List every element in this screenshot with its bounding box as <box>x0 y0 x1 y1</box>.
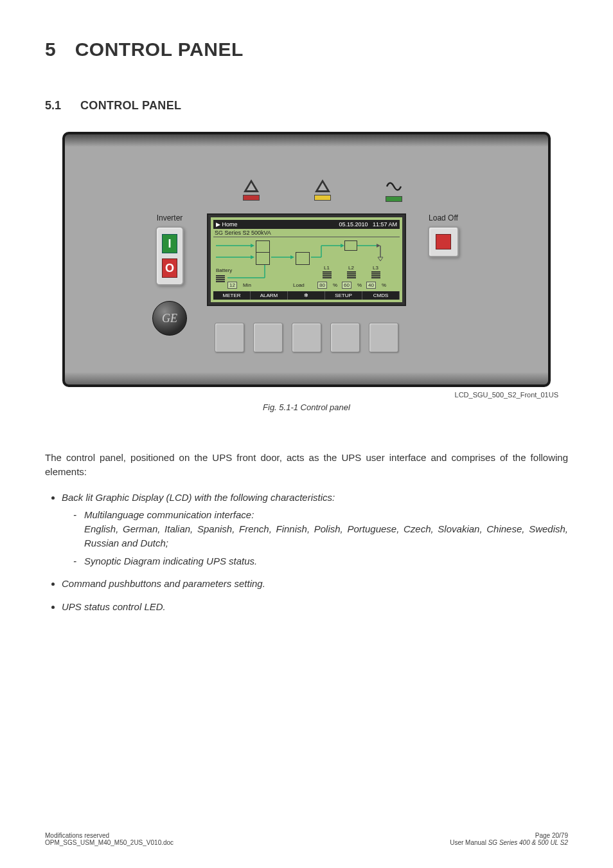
svg-marker-3 <box>251 255 254 259</box>
load-off-controls: Load Off <box>418 213 469 257</box>
led-bar-yellow <box>314 195 331 201</box>
lcd-synoptic-diagram: Battery 12 Min Load L1 L2 L3 <box>213 239 400 289</box>
status-led-green <box>386 179 402 202</box>
lcd-column: ▶ Home 05.15.2010 11:57 AM SG Series S2 … <box>207 213 406 352</box>
alarm-led-red: ! <box>243 179 260 202</box>
inverter-icon <box>256 252 270 265</box>
sub-list-item: - Multilanguage communication interface:… <box>73 508 568 550</box>
section-title: CONTROL PANEL <box>75 39 244 60</box>
subsection-title: CONTROL PANEL <box>80 99 181 113</box>
status-led-row: ! ! <box>110 179 503 202</box>
inverter-off-button[interactable]: O <box>162 258 177 278</box>
phase-l3-pct: 40 <box>366 282 376 289</box>
transformer-icon <box>296 252 310 265</box>
inverter-controls: Inverter I O GE <box>144 213 195 336</box>
led-bar-red <box>243 195 260 201</box>
lcd-battery-label: Battery <box>216 267 232 273</box>
lcd-tab-row: METER ALARM ✻ SETUP CMDS <box>213 291 400 300</box>
lcd-header: ▶ Home 05.15.2010 11:57 AM <box>213 220 400 229</box>
load-off-indicator <box>436 234 451 249</box>
phase-l2-pct: 60 <box>342 282 351 289</box>
battery-minutes: 12 <box>227 282 237 289</box>
intro-paragraph: The control panel, positioned on the UPS… <box>45 451 568 479</box>
inverter-label: Inverter <box>157 213 183 222</box>
lcd-tab-alarm[interactable]: ALARM <box>251 291 288 300</box>
figure-reference-code: LCD_SGU_500_S2_Front_01US <box>45 391 558 399</box>
lcd-model: SG Series S2 500kVA <box>213 229 400 237</box>
list-item: Back lit Graphic Display (LCD) with the … <box>62 491 568 568</box>
control-panel-figure: ! ! Inverter I O GE ▶ <box>62 132 551 387</box>
lcd-tab-cmds[interactable]: CMDS <box>362 291 400 300</box>
alarm-led-yellow: ! <box>314 179 331 202</box>
panel-main-row: Inverter I O GE ▶ Home 05.15.2010 11:57 … <box>110 213 503 352</box>
sine-wave-icon <box>386 179 402 194</box>
feature-list: Back lit Graphic Display (LCD) with the … <box>45 491 568 614</box>
lcd-home: ▶ Home <box>216 221 238 228</box>
section-heading: 5 CONTROL PANEL <box>45 39 568 60</box>
lcd-date: 05.15.2010 <box>339 221 368 228</box>
figure-caption: Fig. 5.1-1 Control panel <box>45 402 568 412</box>
phase-l3-label: L3 <box>373 265 378 271</box>
phase-l1-pct: 80 <box>317 282 327 289</box>
led-bar-green <box>386 196 402 202</box>
warning-triangle-icon: ! <box>315 179 330 192</box>
ge-logo-icon: GE <box>152 301 187 336</box>
footer-left: Modifications reserved OPM_SGS_USM_M40_M… <box>45 832 173 846</box>
phase-l1-label: L1 <box>324 265 330 271</box>
footer-right: Page 20/79 User Manual SG Series 400 & 5… <box>450 832 568 846</box>
load-label: Load <box>293 282 305 288</box>
softkey-row <box>207 323 406 352</box>
softkey-2[interactable] <box>253 323 283 352</box>
lcd-tab-setup[interactable]: SETUP <box>325 291 362 300</box>
svg-marker-11 <box>377 244 380 248</box>
inverter-switch[interactable]: I O <box>155 226 184 285</box>
svg-marker-13 <box>378 257 383 261</box>
load-off-button[interactable] <box>428 226 459 257</box>
softkey-4[interactable] <box>330 323 360 352</box>
bypass-icon <box>344 240 357 251</box>
subsection-heading: 5.1 CONTROL PANEL <box>45 99 568 113</box>
inverter-on-button[interactable]: I <box>162 234 177 253</box>
battery-icon <box>216 275 225 285</box>
softkey-1[interactable] <box>215 323 244 352</box>
phase-l2-label: L2 <box>348 265 354 271</box>
loadoff-label: Load Off <box>429 213 458 222</box>
list-item: UPS status control LED. <box>62 600 568 614</box>
svg-marker-5 <box>290 255 294 259</box>
warning-triangle-icon: ! <box>244 179 259 192</box>
subsection-number: 5.1 <box>45 99 61 113</box>
svg-marker-1 <box>251 244 254 248</box>
battery-minutes-unit: Min <box>243 282 251 288</box>
lcd-time: 11:57 AM <box>373 221 397 228</box>
section-number: 5 <box>45 39 56 60</box>
rectifier-icon <box>256 240 270 253</box>
softkey-5[interactable] <box>369 323 398 352</box>
page-footer: Modifications reserved OPM_SGS_USM_M40_M… <box>45 832 568 846</box>
softkey-3[interactable] <box>292 323 321 352</box>
lcd-tab-meter[interactable]: METER <box>213 291 251 300</box>
sub-list-item: - Synoptic Diagram indicating UPS status… <box>73 554 568 568</box>
lcd-tab-settings-icon[interactable]: ✻ <box>288 291 325 300</box>
list-item: Command pushbuttons and parameters setti… <box>62 577 568 591</box>
lcd-display[interactable]: ▶ Home 05.15.2010 11:57 AM SG Series S2 … <box>207 213 406 306</box>
